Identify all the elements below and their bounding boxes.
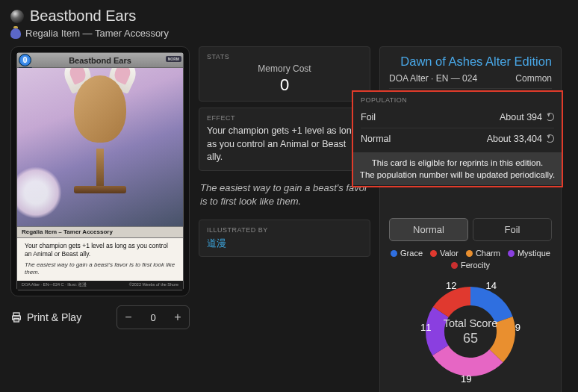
- effect-header: EFFECT: [207, 114, 362, 122]
- dot-icon: [451, 262, 458, 269]
- card-footer-left: DOA Alter · EN—024 C · Illust: 道漫: [22, 282, 87, 290]
- illustrated-header: ILLUSTRATED BY: [207, 226, 362, 234]
- refresh-icon[interactable]: [546, 134, 554, 143]
- card-rules-text: Your champion gets +1 level as long as y…: [17, 238, 183, 261]
- thema-donut-chart: Total Score 65 14 12 9 11 19: [414, 276, 526, 388]
- card-flavor-text: The easiest way to gain a beast's favor …: [17, 261, 183, 281]
- card-footer-right: ©2022 Weebs of the Shore: [129, 282, 178, 290]
- population-row-foil: Foil About 394: [361, 107, 554, 128]
- population-header: POPULATION: [361, 96, 554, 104]
- seg-charm: 9: [515, 322, 520, 333]
- seg-grace: 14: [486, 280, 497, 291]
- quantity-stepper: − 0 +: [116, 305, 190, 329]
- set-orb-icon: [10, 10, 24, 23]
- seg-valor: 12: [446, 280, 456, 291]
- toggle-normal[interactable]: Normal: [389, 218, 468, 241]
- edition-code: DOA Alter · EN — 024: [389, 73, 477, 84]
- stats-panel: STATS Memory Cost 0: [199, 46, 370, 102]
- qty-plus-button[interactable]: +: [167, 306, 189, 329]
- printer-icon: [10, 311, 22, 323]
- refresh-icon[interactable]: [546, 113, 554, 121]
- stats-header: STATS: [207, 53, 362, 60]
- card-name: Beastbond Ears: [69, 56, 131, 65]
- total-score-value: 65: [463, 331, 478, 346]
- card-art: [17, 68, 183, 226]
- dot-icon: [391, 250, 397, 257]
- dot-icon: [466, 250, 473, 257]
- qty-minus-button[interactable]: −: [117, 306, 140, 329]
- dot-icon: [508, 250, 515, 257]
- memory-cost-value: 0: [207, 75, 362, 95]
- regalia-icon: [10, 28, 21, 39]
- edition-title: Dawn of Ashes Alter Edition: [389, 55, 552, 69]
- illustrated-panel: ILLUSTRATED BY 道漫: [199, 220, 370, 257]
- card-image[interactable]: 0 COST Beastbond Ears NORM Regalia Item …: [10, 46, 190, 296]
- memory-cost-label: Memory Cost: [207, 63, 362, 74]
- card-subtitle: Regalia Item — Tamer Accessory: [25, 28, 169, 39]
- population-note: This card is eligible for reprints in th…: [353, 152, 562, 185]
- card-type-line: Regalia Item – Tamer Accessory: [17, 226, 183, 238]
- pop-normal-label: Normal: [361, 134, 391, 144]
- print-play-button[interactable]: Print & Play: [10, 311, 81, 323]
- effect-panel: EFFECT Your champion gets +1 level as lo…: [199, 108, 370, 171]
- edition-panel: Dawn of Ashes Alter Edition DOA Alter · …: [379, 46, 562, 392]
- illustrator-link[interactable]: 道漫: [207, 237, 226, 249]
- pop-foil-value: About 394: [500, 112, 542, 122]
- pop-normal-value: About 33,404: [487, 134, 542, 144]
- cost-badge: 0: [19, 54, 31, 66]
- population-row-normal: Normal About 33,404: [361, 128, 554, 149]
- flavor-text: The easiest way to gain a beast's favor …: [199, 177, 370, 214]
- dot-icon: [430, 250, 437, 257]
- thema-legend: Grace Valor Charm Mystique Ferocity: [389, 249, 552, 270]
- total-score-label: Total Score: [444, 317, 498, 329]
- print-play-label: Print & Play: [27, 311, 81, 323]
- page-title: Beastbond Ears: [30, 7, 136, 25]
- seg-ferocity: 19: [461, 373, 471, 385]
- population-callout: POPULATION Foil About 394 Normal About 3…: [352, 90, 563, 187]
- qty-value: 0: [140, 312, 167, 323]
- effect-text: Your champion gets +1 level as long as y…: [207, 125, 362, 164]
- seg-mystique: 11: [420, 322, 431, 333]
- norm-tag: NORM: [166, 56, 181, 62]
- edition-rarity: Common: [515, 73, 552, 84]
- toggle-foil[interactable]: Foil: [473, 218, 552, 241]
- pop-foil-label: Foil: [361, 112, 376, 122]
